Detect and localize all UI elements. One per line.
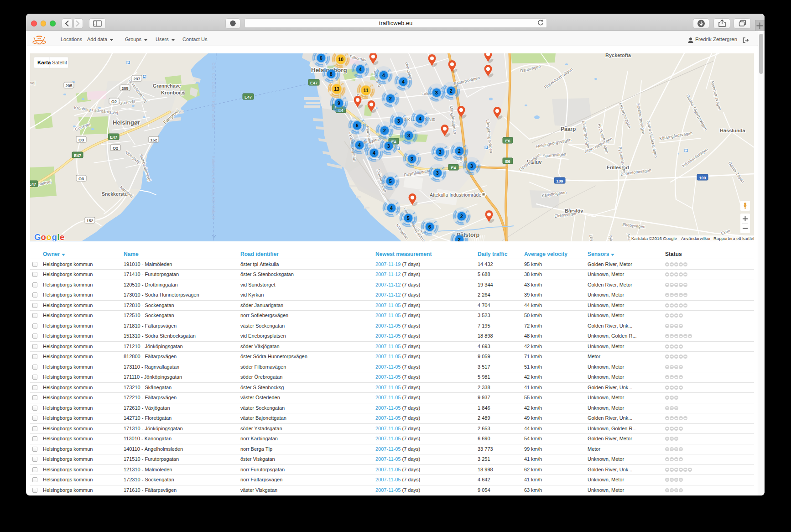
svg-text:g: g <box>52 232 57 241</box>
svg-text:Oslo, NO / Oslo, NO - Københav: Oslo, NO / Oslo, NO - København, DK <box>211 63 216 129</box>
svg-text:o: o <box>41 232 46 241</box>
svg-text:Påarp: Påarp <box>561 126 576 132</box>
svg-text:2: 2 <box>383 128 386 133</box>
svg-text:5: 5 <box>389 178 392 184</box>
svg-text:Grønnehave: Grønnehave <box>153 83 181 89</box>
svg-text:E47: E47 <box>30 182 36 187</box>
svg-text:3: 3 <box>436 170 439 176</box>
svg-text:8: 8 <box>330 71 333 77</box>
svg-text:Kartdata ©2016 Google: Kartdata ©2016 Google <box>631 236 677 241</box>
svg-text:6: 6 <box>320 55 323 61</box>
svg-text:E6: E6 <box>505 159 510 164</box>
svg-text:Karta: Karta <box>37 60 51 65</box>
svg-text:København, DK - Oslo, NO / Osl: København, DK - Oslo, NO / Oslo, N <box>211 156 216 219</box>
svg-text:O3: O3 <box>78 177 84 181</box>
svg-text:2: 2 <box>458 148 461 154</box>
svg-text:10: 10 <box>338 57 343 62</box>
svg-text:9: 9 <box>338 100 340 106</box>
svg-text:152: 152 <box>150 138 157 142</box>
svg-text:4: 4 <box>358 142 361 148</box>
svg-text:E4: E4 <box>451 166 456 170</box>
svg-text:3: 3 <box>411 156 413 162</box>
svg-text:6: 6 <box>428 224 431 229</box>
svg-text:O2: O2 <box>111 99 117 104</box>
svg-text:Ättekulla Industriområde: Ättekulla Industriområde <box>430 192 481 198</box>
svg-text:Helsingør: Helsingør <box>113 119 140 126</box>
svg-text:2: 2 <box>450 88 453 94</box>
svg-text:G: G <box>34 232 41 241</box>
svg-text:109: 109 <box>699 176 706 180</box>
svg-text:E47: E47 <box>74 153 81 158</box>
svg-text:3: 3 <box>407 133 410 138</box>
svg-text:2: 2 <box>389 96 392 101</box>
svg-text:6: 6 <box>356 123 359 128</box>
svg-text:l: l <box>57 232 60 241</box>
svg-text:5: 5 <box>407 215 410 221</box>
svg-text:Användarvillkor: Användarvillkor <box>681 236 711 241</box>
svg-text:4: 4 <box>359 67 362 72</box>
svg-text:3: 3 <box>387 143 390 149</box>
svg-text:E47: E47 <box>245 95 252 99</box>
svg-text:4: 4 <box>402 79 405 84</box>
svg-text:e: e <box>60 232 64 241</box>
svg-text:109: 109 <box>556 179 563 183</box>
svg-text:3: 3 <box>470 163 473 169</box>
svg-text:205: 205 <box>121 86 128 91</box>
svg-text:4: 4 <box>419 116 422 121</box>
svg-text:vej: vej <box>30 81 36 85</box>
svg-text:237: 237 <box>133 77 140 81</box>
svg-text:O2: O2 <box>113 146 118 151</box>
svg-text:Hässlunda: Hässlunda <box>720 128 746 133</box>
svg-text:152: 152 <box>86 219 93 223</box>
svg-text:11: 11 <box>363 88 368 93</box>
svg-text:Satellit: Satellit <box>52 60 67 65</box>
svg-text:3: 3 <box>397 118 400 124</box>
svg-text:Rapportera ett kartfel: Rapportera ett kartfel <box>713 236 754 241</box>
svg-text:o: o <box>47 232 52 241</box>
svg-text:4: 4 <box>382 73 385 78</box>
svg-text:E6: E6 <box>505 139 510 143</box>
svg-text:Rycketofta: Rycketofta <box>605 53 631 58</box>
svg-text:3: 3 <box>435 90 438 95</box>
svg-text:2: 2 <box>460 214 463 219</box>
svg-text:4: 4 <box>390 205 393 211</box>
svg-text:3: 3 <box>439 149 442 155</box>
svg-text:E47: E47 <box>310 81 317 85</box>
svg-text:4: 4 <box>373 150 375 156</box>
svg-text:E47: E47 <box>110 135 117 140</box>
svg-text:13: 13 <box>334 86 339 92</box>
svg-text:205: 205 <box>65 83 72 88</box>
svg-text:O3: O3 <box>78 138 84 142</box>
svg-text:2: 2 <box>458 237 461 241</box>
